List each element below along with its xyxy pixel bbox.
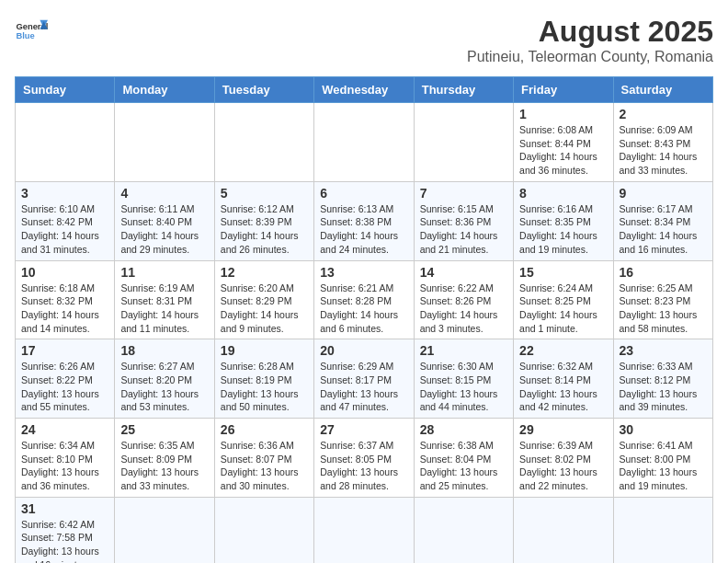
day-number: 5 [221, 186, 308, 201]
calendar-cell [414, 103, 513, 182]
day-header-tuesday: Tuesday [214, 77, 313, 103]
calendar-cell [115, 497, 214, 563]
calendar-cell: 28Sunrise: 6:38 AM Sunset: 8:04 PM Dayli… [414, 419, 513, 498]
calendar-cell: 16Sunrise: 6:25 AM Sunset: 8:23 PM Dayli… [613, 260, 712, 339]
day-number: 20 [320, 343, 407, 358]
calendar-week-1: 3Sunrise: 6:10 AM Sunset: 8:42 PM Daylig… [16, 181, 713, 260]
calendar-cell: 23Sunrise: 6:33 AM Sunset: 8:12 PM Dayli… [613, 339, 712, 419]
calendar-cell [16, 103, 115, 182]
day-number: 25 [120, 422, 208, 437]
calendar-week-2: 10Sunrise: 6:18 AM Sunset: 8:32 PM Dayli… [16, 260, 713, 339]
day-info: Sunrise: 6:08 AM Sunset: 8:44 PM Dayligh… [519, 123, 607, 178]
calendar-cell: 10Sunrise: 6:18 AM Sunset: 8:32 PM Dayli… [16, 260, 115, 339]
day-info: Sunrise: 6:30 AM Sunset: 8:15 PM Dayligh… [420, 360, 507, 414]
calendar-cell: 22Sunrise: 6:32 AM Sunset: 8:14 PM Dayli… [514, 339, 613, 419]
day-info: Sunrise: 6:41 AM Sunset: 8:00 PM Dayligh… [620, 439, 707, 493]
day-header-sunday: Sunday [16, 77, 115, 103]
day-number: 3 [21, 186, 108, 201]
day-info: Sunrise: 6:28 AM Sunset: 8:19 PM Dayligh… [221, 360, 308, 414]
calendar-cell: 13Sunrise: 6:21 AM Sunset: 8:28 PM Dayli… [314, 260, 414, 339]
day-info: Sunrise: 6:36 AM Sunset: 8:07 PM Dayligh… [221, 439, 308, 493]
day-header-wednesday: Wednesday [314, 77, 414, 103]
day-info: Sunrise: 6:10 AM Sunset: 8:42 PM Dayligh… [21, 202, 108, 257]
calendar-cell: 18Sunrise: 6:27 AM Sunset: 8:20 PM Dayli… [115, 339, 214, 419]
calendar-cell: 31Sunrise: 6:42 AM Sunset: 7:58 PM Dayli… [16, 497, 115, 563]
day-number: 18 [120, 343, 208, 358]
calendar-cell: 5Sunrise: 6:12 AM Sunset: 8:39 PM Daylig… [214, 181, 313, 260]
day-info: Sunrise: 6:09 AM Sunset: 8:43 PM Dayligh… [620, 123, 707, 178]
day-number: 29 [519, 422, 607, 437]
day-number: 15 [519, 265, 607, 280]
calendar-cell [115, 103, 214, 182]
page-header: General Blue August 2025 Putineiu, Teleo… [15, 15, 713, 65]
calendar-cell: 15Sunrise: 6:24 AM Sunset: 8:25 PM Dayli… [514, 260, 613, 339]
calendar-cell: 12Sunrise: 6:20 AM Sunset: 8:29 PM Dayli… [214, 260, 313, 339]
day-number: 8 [519, 186, 607, 201]
day-number: 19 [221, 343, 308, 358]
logo-icon: General Blue [15, 15, 48, 48]
calendar-cell: 6Sunrise: 6:13 AM Sunset: 8:38 PM Daylig… [314, 181, 414, 260]
day-number: 11 [120, 265, 208, 280]
day-number: 1 [519, 107, 607, 121]
calendar-cell: 2Sunrise: 6:09 AM Sunset: 8:43 PM Daylig… [613, 103, 712, 182]
day-info: Sunrise: 6:19 AM Sunset: 8:31 PM Dayligh… [120, 282, 208, 336]
day-number: 10 [21, 265, 108, 280]
calendar-cell [314, 103, 414, 182]
day-number: 31 [21, 501, 108, 516]
day-number: 4 [120, 186, 208, 201]
calendar-week-5: 31Sunrise: 6:42 AM Sunset: 7:58 PM Dayli… [16, 497, 713, 563]
day-header-monday: Monday [115, 77, 214, 103]
calendar-cell [414, 497, 513, 563]
calendar-subtitle: Putineiu, Teleorman County, Romania [467, 49, 713, 65]
calendar-cell: 9Sunrise: 6:17 AM Sunset: 8:34 PM Daylig… [613, 181, 712, 260]
calendar-cell: 30Sunrise: 6:41 AM Sunset: 8:00 PM Dayli… [613, 419, 712, 498]
day-number: 17 [21, 343, 108, 358]
calendar-cell [214, 103, 313, 182]
calendar-cell: 24Sunrise: 6:34 AM Sunset: 8:10 PM Dayli… [16, 419, 115, 498]
calendar-header-row: SundayMondayTuesdayWednesdayThursdayFrid… [16, 77, 713, 103]
calendar-cell: 26Sunrise: 6:36 AM Sunset: 8:07 PM Dayli… [214, 419, 313, 498]
day-header-saturday: Saturday [613, 77, 712, 103]
day-info: Sunrise: 6:24 AM Sunset: 8:25 PM Dayligh… [519, 282, 607, 336]
day-info: Sunrise: 6:26 AM Sunset: 8:22 PM Dayligh… [21, 360, 108, 414]
day-number: 21 [420, 343, 507, 358]
logo: General Blue [15, 15, 48, 48]
day-info: Sunrise: 6:39 AM Sunset: 8:02 PM Dayligh… [519, 439, 607, 493]
day-info: Sunrise: 6:27 AM Sunset: 8:20 PM Dayligh… [120, 360, 208, 414]
day-info: Sunrise: 6:18 AM Sunset: 8:32 PM Dayligh… [21, 282, 108, 336]
day-number: 7 [420, 186, 507, 201]
calendar-cell [613, 497, 712, 563]
day-info: Sunrise: 6:35 AM Sunset: 8:09 PM Dayligh… [120, 439, 208, 493]
day-info: Sunrise: 6:21 AM Sunset: 8:28 PM Dayligh… [320, 282, 407, 336]
day-info: Sunrise: 6:33 AM Sunset: 8:12 PM Dayligh… [620, 360, 707, 414]
calendar-cell: 25Sunrise: 6:35 AM Sunset: 8:09 PM Dayli… [115, 419, 214, 498]
day-number: 26 [221, 422, 308, 437]
day-number: 14 [420, 265, 507, 280]
calendar-cell: 21Sunrise: 6:30 AM Sunset: 8:15 PM Dayli… [414, 339, 513, 419]
day-header-thursday: Thursday [414, 77, 513, 103]
calendar-cell: 3Sunrise: 6:10 AM Sunset: 8:42 PM Daylig… [16, 181, 115, 260]
calendar-cell: 8Sunrise: 6:16 AM Sunset: 8:35 PM Daylig… [514, 181, 613, 260]
day-info: Sunrise: 6:37 AM Sunset: 8:05 PM Dayligh… [320, 439, 407, 493]
calendar-cell: 4Sunrise: 6:11 AM Sunset: 8:40 PM Daylig… [115, 181, 214, 260]
day-info: Sunrise: 6:25 AM Sunset: 8:23 PM Dayligh… [620, 282, 707, 336]
day-number: 23 [620, 343, 707, 358]
calendar-cell: 20Sunrise: 6:29 AM Sunset: 8:17 PM Dayli… [314, 339, 414, 419]
day-number: 27 [320, 422, 407, 437]
day-header-friday: Friday [514, 77, 613, 103]
day-number: 12 [221, 265, 308, 280]
calendar-cell: 11Sunrise: 6:19 AM Sunset: 8:31 PM Dayli… [115, 260, 214, 339]
calendar-cell: 14Sunrise: 6:22 AM Sunset: 8:26 PM Dayli… [414, 260, 513, 339]
day-number: 16 [620, 265, 707, 280]
day-number: 13 [320, 265, 407, 280]
day-info: Sunrise: 6:38 AM Sunset: 8:04 PM Dayligh… [420, 439, 507, 493]
day-info: Sunrise: 6:16 AM Sunset: 8:35 PM Dayligh… [519, 202, 607, 257]
day-number: 22 [519, 343, 607, 358]
calendar-table: SundayMondayTuesdayWednesdayThursdayFrid… [15, 76, 713, 563]
calendar-cell: 29Sunrise: 6:39 AM Sunset: 8:02 PM Dayli… [514, 419, 613, 498]
day-info: Sunrise: 6:17 AM Sunset: 8:34 PM Dayligh… [620, 202, 707, 257]
calendar-cell: 27Sunrise: 6:37 AM Sunset: 8:05 PM Dayli… [314, 419, 414, 498]
calendar-cell [314, 497, 414, 563]
calendar-week-3: 17Sunrise: 6:26 AM Sunset: 8:22 PM Dayli… [16, 339, 713, 419]
day-number: 2 [620, 107, 707, 121]
